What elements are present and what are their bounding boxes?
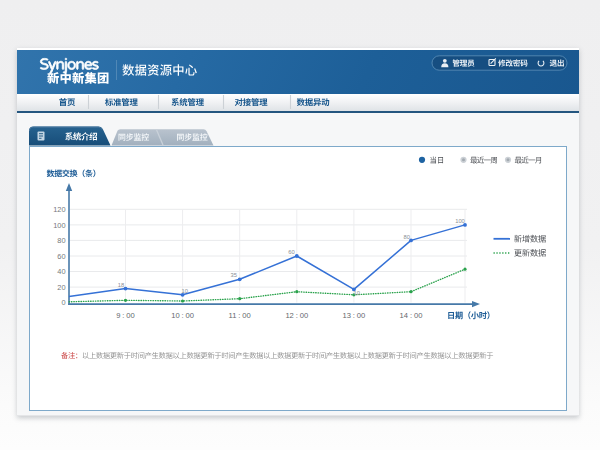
- svg-text:20: 20: [57, 283, 65, 292]
- svg-text:10 : 00: 10 : 00: [171, 311, 194, 320]
- svg-text:14 : 00: 14 : 00: [400, 311, 423, 320]
- svg-text:0: 0: [61, 298, 65, 307]
- svg-text:35: 35: [231, 272, 237, 278]
- svg-text:10: 10: [182, 288, 188, 294]
- svg-text:18: 18: [118, 282, 124, 288]
- svg-text:11 : 00: 11 : 00: [229, 311, 251, 320]
- svg-text:13 : 00: 13 : 00: [342, 311, 365, 320]
- svg-text:100: 100: [455, 218, 465, 224]
- svg-text:60: 60: [288, 249, 294, 255]
- svg-text:80: 80: [57, 236, 65, 245]
- svg-text:120: 120: [53, 205, 65, 214]
- svg-text:100: 100: [53, 221, 65, 230]
- svg-text:60: 60: [57, 252, 65, 261]
- svg-text:12 : 00: 12 : 00: [285, 311, 308, 320]
- svg-text:40: 40: [57, 267, 65, 276]
- svg-text:10: 10: [354, 290, 360, 296]
- svg-text:80: 80: [404, 234, 410, 240]
- svg-text:9 : 00: 9 : 00: [116, 311, 135, 320]
